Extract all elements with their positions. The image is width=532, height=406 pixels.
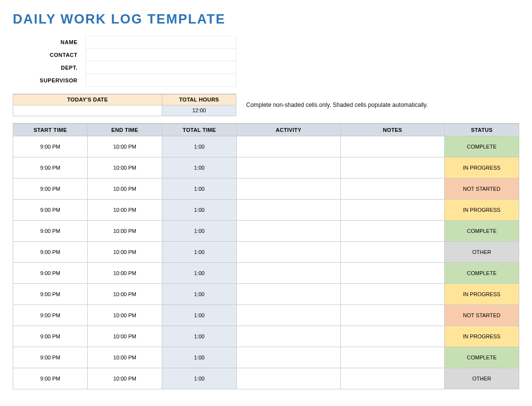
col-start-header: START TIME bbox=[13, 124, 88, 136]
col-notes-header: NOTES bbox=[341, 124, 445, 136]
dept-field[interactable] bbox=[85, 61, 236, 74]
total-time-cell: 1:00 bbox=[162, 263, 237, 284]
activity-cell[interactable] bbox=[237, 263, 341, 284]
col-total-header: TOTAL TIME bbox=[162, 124, 237, 136]
start-time-cell[interactable]: 9:00 PM bbox=[13, 347, 88, 368]
notes-cell[interactable] bbox=[341, 200, 445, 221]
table-row: 9:00 PM10:00 PM1:00OTHER bbox=[13, 368, 519, 389]
status-cell[interactable]: IN PROGRESS bbox=[445, 157, 519, 178]
start-time-cell[interactable]: 9:00 PM bbox=[13, 284, 88, 305]
activity-cell[interactable] bbox=[237, 368, 341, 389]
activity-cell[interactable] bbox=[237, 221, 341, 242]
table-row: 9:00 PM10:00 PM1:00NOT STARTED bbox=[13, 305, 519, 326]
table-row: 9:00 PM10:00 PM1:00COMPLETE bbox=[13, 347, 519, 368]
start-time-cell[interactable]: 9:00 PM bbox=[13, 326, 88, 347]
notes-cell[interactable] bbox=[341, 326, 445, 347]
end-time-cell[interactable]: 10:00 PM bbox=[88, 200, 162, 221]
status-cell[interactable]: IN PROGRESS bbox=[445, 284, 519, 305]
status-cell[interactable]: IN PROGRESS bbox=[445, 326, 519, 347]
start-time-cell[interactable]: 9:00 PM bbox=[13, 178, 88, 200]
dept-label: DEPT. bbox=[13, 65, 85, 71]
total-time-cell: 1:00 bbox=[162, 305, 237, 326]
table-row: 9:00 PM10:00 PM1:00IN PROGRESS bbox=[13, 326, 519, 347]
end-time-cell[interactable]: 10:00 PM bbox=[88, 221, 162, 242]
notes-cell[interactable] bbox=[341, 305, 445, 326]
page-title: DAILY WORK LOG TEMPLATE bbox=[13, 12, 519, 27]
table-row: 9:00 PM10:00 PM1:00IN PROGRESS bbox=[13, 157, 519, 178]
notes-cell[interactable] bbox=[341, 263, 445, 284]
start-time-cell[interactable]: 9:00 PM bbox=[13, 200, 88, 221]
name-field[interactable] bbox=[85, 36, 236, 49]
table-row: 9:00 PM10:00 PM1:00IN PROGRESS bbox=[13, 200, 519, 221]
activity-cell[interactable] bbox=[237, 157, 341, 178]
status-cell[interactable]: IN PROGRESS bbox=[445, 200, 519, 221]
status-cell[interactable]: COMPLETE bbox=[445, 347, 519, 368]
start-time-cell[interactable]: 9:00 PM bbox=[13, 305, 88, 326]
end-time-cell[interactable]: 10:00 PM bbox=[88, 326, 162, 347]
activity-cell[interactable] bbox=[237, 178, 341, 200]
supervisor-field[interactable] bbox=[85, 74, 236, 87]
end-time-cell[interactable]: 10:00 PM bbox=[88, 305, 162, 326]
table-row: 9:00 PM10:00 PM1:00COMPLETE bbox=[13, 221, 519, 242]
contact-field[interactable] bbox=[85, 49, 236, 61]
status-cell[interactable]: NOT STARTED bbox=[445, 178, 519, 200]
end-time-cell[interactable]: 10:00 PM bbox=[88, 157, 162, 178]
total-time-cell: 1:00 bbox=[162, 284, 237, 305]
info-block: NAME CONTACT DEPT. SUPERVISOR bbox=[13, 36, 236, 87]
end-time-cell[interactable]: 10:00 PM bbox=[88, 368, 162, 389]
activity-cell[interactable] bbox=[237, 284, 341, 305]
start-time-cell[interactable]: 9:00 PM bbox=[13, 136, 88, 157]
table-row: 9:00 PM10:00 PM1:00IN PROGRESS bbox=[13, 284, 519, 305]
notes-cell[interactable] bbox=[341, 221, 445, 242]
summary-hours-header: TOTAL HOURS bbox=[162, 94, 236, 105]
end-time-cell[interactable]: 10:00 PM bbox=[88, 136, 162, 157]
notes-cell[interactable] bbox=[341, 136, 445, 157]
summary-date-header: TODAY'S DATE bbox=[13, 94, 162, 105]
activity-cell[interactable] bbox=[237, 347, 341, 368]
end-time-cell[interactable]: 10:00 PM bbox=[88, 178, 162, 200]
status-cell[interactable]: NOT STARTED bbox=[445, 305, 519, 326]
activity-cell[interactable] bbox=[237, 200, 341, 221]
contact-label: CONTACT bbox=[13, 52, 85, 58]
total-time-cell: 1:00 bbox=[162, 178, 237, 200]
activity-cell[interactable] bbox=[237, 326, 341, 347]
summary-hours-cell: 12:00 bbox=[162, 105, 236, 116]
notes-cell[interactable] bbox=[341, 178, 445, 200]
table-row: 9:00 PM10:00 PM1:00OTHER bbox=[13, 242, 519, 263]
status-cell[interactable]: COMPLETE bbox=[445, 136, 519, 157]
status-cell[interactable]: OTHER bbox=[445, 242, 519, 263]
total-time-cell: 1:00 bbox=[162, 347, 237, 368]
end-time-cell[interactable]: 10:00 PM bbox=[88, 347, 162, 368]
total-time-cell: 1:00 bbox=[162, 136, 237, 157]
activity-cell[interactable] bbox=[237, 136, 341, 157]
total-time-cell: 1:00 bbox=[162, 221, 237, 242]
table-row: 9:00 PM10:00 PM1:00COMPLETE bbox=[13, 136, 519, 157]
status-cell[interactable]: COMPLETE bbox=[445, 221, 519, 242]
notes-cell[interactable] bbox=[341, 368, 445, 389]
summary-date-cell[interactable] bbox=[13, 105, 162, 116]
notes-cell[interactable] bbox=[341, 347, 445, 368]
instructions-text: Complete non-shaded cells only. Shaded c… bbox=[246, 102, 428, 108]
total-time-cell: 1:00 bbox=[162, 157, 237, 178]
log-table: START TIME END TIME TOTAL TIME ACTIVITY … bbox=[13, 123, 519, 390]
total-time-cell: 1:00 bbox=[162, 242, 237, 263]
name-label: NAME bbox=[13, 39, 85, 45]
total-time-cell: 1:00 bbox=[162, 368, 237, 389]
status-cell[interactable]: COMPLETE bbox=[445, 263, 519, 284]
notes-cell[interactable] bbox=[341, 157, 445, 178]
start-time-cell[interactable]: 9:00 PM bbox=[13, 263, 88, 284]
start-time-cell[interactable]: 9:00 PM bbox=[13, 242, 88, 263]
end-time-cell[interactable]: 10:00 PM bbox=[88, 284, 162, 305]
activity-cell[interactable] bbox=[237, 305, 341, 326]
start-time-cell[interactable]: 9:00 PM bbox=[13, 368, 88, 389]
table-row: 9:00 PM10:00 PM1:00COMPLETE bbox=[13, 263, 519, 284]
notes-cell[interactable] bbox=[341, 284, 445, 305]
notes-cell[interactable] bbox=[341, 242, 445, 263]
start-time-cell[interactable]: 9:00 PM bbox=[13, 221, 88, 242]
end-time-cell[interactable]: 10:00 PM bbox=[88, 242, 162, 263]
status-cell[interactable]: OTHER bbox=[445, 368, 519, 389]
activity-cell[interactable] bbox=[237, 242, 341, 263]
start-time-cell[interactable]: 9:00 PM bbox=[13, 157, 88, 178]
col-end-header: END TIME bbox=[88, 124, 162, 136]
end-time-cell[interactable]: 10:00 PM bbox=[88, 263, 162, 284]
